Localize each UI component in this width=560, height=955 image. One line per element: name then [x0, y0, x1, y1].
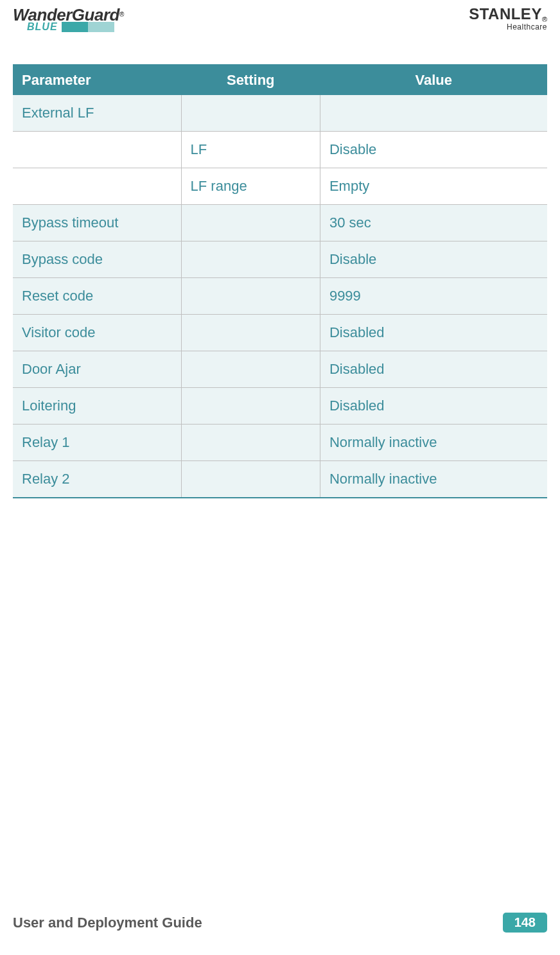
cell-setting: LF: [181, 132, 320, 168]
cell-value: [320, 95, 547, 132]
cell-value: Empty: [320, 168, 547, 205]
stanley-text: STANLEY: [469, 5, 542, 22]
registered-mark: ®: [119, 11, 124, 18]
table-row: LoiteringDisabled: [13, 388, 547, 425]
logo-blue-text: BLUE: [13, 22, 58, 32]
table-row: LFDisable: [13, 132, 547, 168]
footer: User and Deployment Guide 148: [13, 913, 547, 933]
cell-value: Normally inactive: [320, 425, 547, 461]
cell-parameter: Relay 1: [13, 425, 181, 461]
cell-parameter: Bypass timeout: [13, 205, 181, 241]
cell-setting: [181, 388, 320, 425]
cell-setting: [181, 205, 320, 241]
cell-setting: LF range: [181, 168, 320, 205]
table-header-row: Parameter Setting Value: [13, 65, 547, 95]
cell-parameter: Relay 2: [13, 461, 181, 498]
cell-parameter: Loitering: [13, 388, 181, 425]
settings-table: Parameter Setting Value External LFLFDis…: [13, 64, 547, 498]
table-row: External LF: [13, 95, 547, 132]
cell-parameter: Visitor code: [13, 315, 181, 351]
table-row: Reset code9999: [13, 278, 547, 315]
table-row: Relay 2Normally inactive: [13, 461, 547, 498]
cell-value: Disable: [320, 132, 547, 168]
col-header-setting: Setting: [181, 65, 320, 95]
page-number-badge: 148: [503, 913, 547, 933]
cell-parameter: Bypass code: [13, 241, 181, 278]
logo-wanderguard: WanderGuard® BLUE: [13, 6, 124, 32]
cell-parameter: [13, 132, 181, 168]
cell-value: 30 sec: [320, 205, 547, 241]
cell-setting: [181, 425, 320, 461]
logo-stanley: STANLEY® Healthcare: [469, 6, 547, 31]
table-row: LF rangeEmpty: [13, 168, 547, 205]
col-header-parameter: Parameter: [13, 65, 181, 95]
table-row: Bypass timeout30 sec: [13, 205, 547, 241]
col-header-value: Value: [320, 65, 547, 95]
footer-title: User and Deployment Guide: [13, 915, 202, 931]
healthcare-text: Healthcare: [469, 23, 547, 31]
cell-value: 9999: [320, 278, 547, 315]
cell-parameter: External LF: [13, 95, 181, 132]
cell-setting: [181, 241, 320, 278]
logo-bar-icon: [62, 22, 114, 32]
cell-setting: [181, 95, 320, 132]
table-row: Bypass codeDisable: [13, 241, 547, 278]
cell-parameter: Reset code: [13, 278, 181, 315]
cell-parameter: Door Ajar: [13, 351, 181, 388]
cell-value: Disabled: [320, 388, 547, 425]
cell-setting: [181, 351, 320, 388]
cell-value: Disabled: [320, 315, 547, 351]
cell-parameter: [13, 168, 181, 205]
cell-value: Disabled: [320, 351, 547, 388]
table-row: Visitor codeDisabled: [13, 315, 547, 351]
cell-setting: [181, 461, 320, 498]
cell-setting: [181, 278, 320, 315]
table-row: Door AjarDisabled: [13, 351, 547, 388]
cell-setting: [181, 315, 320, 351]
cell-value: Disable: [320, 241, 547, 278]
table-row: Relay 1Normally inactive: [13, 425, 547, 461]
header: WanderGuard® BLUE STANLEY® Healthcare: [13, 6, 547, 37]
cell-value: Normally inactive: [320, 461, 547, 498]
